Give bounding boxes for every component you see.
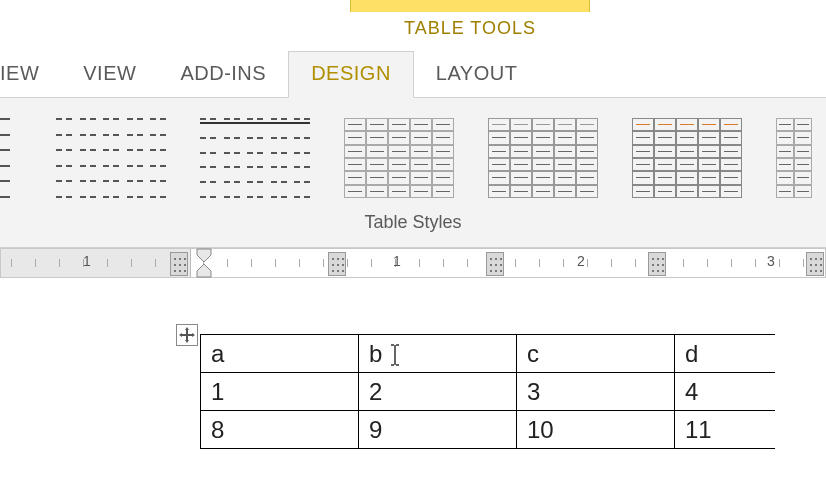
text-cursor-icon [388,343,402,367]
table-styles-gallery [0,110,826,206]
tab-view[interactable]: VIEW [61,52,158,97]
tab-review-partial[interactable]: IEW [0,52,61,97]
column-marker-icon[interactable] [806,252,824,276]
table-move-handle-icon[interactable] [176,324,198,346]
table-row: 891011 [201,411,775,449]
column-marker-icon[interactable] [486,252,504,276]
table-row: abcd [201,335,775,373]
table-cell[interactable]: 10 [517,411,675,449]
table-cell[interactable]: b [359,335,517,373]
table-cell[interactable]: 8 [201,411,359,449]
ribbon-group-label: Table Styles [0,206,826,241]
ruler-number: 1 [83,253,91,269]
table-cell[interactable]: 1 [201,373,359,411]
table-style-option[interactable] [0,114,26,202]
ruler-number: 1 [393,253,401,269]
table-cell[interactable]: 3 [517,373,675,411]
main-tabs: IEW VIEW ADD-INS DESIGN LAYOUT [0,53,539,97]
table-style-option[interactable] [52,114,170,202]
table-cell[interactable]: a [201,335,359,373]
table-cell[interactable]: 11 [675,411,775,449]
table-style-option[interactable] [772,114,816,202]
table-style-option[interactable] [340,114,458,202]
table-style-option[interactable] [628,114,746,202]
horizontal-ruler[interactable]: 1123 [0,248,826,278]
ruler-number: 2 [577,253,585,269]
ribbon-tab-row: TABLE TOOLS IEW VIEW ADD-INS DESIGN LAYO… [0,0,826,98]
table-cell[interactable]: 2 [359,373,517,411]
table-cell[interactable]: c [517,335,675,373]
column-marker-icon[interactable] [328,252,346,276]
column-marker-icon[interactable] [648,252,666,276]
tab-layout[interactable]: LAYOUT [414,52,540,97]
tab-addins[interactable]: ADD-INS [158,52,288,97]
ribbon-panel: Table Styles [0,98,826,248]
column-marker-icon[interactable] [170,252,188,276]
table-cell[interactable]: 9 [359,411,517,449]
contextual-tab-group-label: TABLE TOOLS [350,12,590,49]
table-style-option[interactable] [196,114,314,202]
document-table[interactable]: abcd1234891011 [200,334,775,449]
table-cell[interactable]: 4 [675,373,775,411]
tab-design[interactable]: DESIGN [288,51,414,98]
ruler-area: 1123 [0,248,826,278]
ruler-number: 3 [767,253,775,269]
table-cell[interactable]: d [675,335,775,373]
document-area[interactable]: abcd1234891011 [0,278,826,449]
contextual-tab-highlight [350,0,590,12]
table-row: 1234 [201,373,775,411]
table-style-option[interactable] [484,114,602,202]
